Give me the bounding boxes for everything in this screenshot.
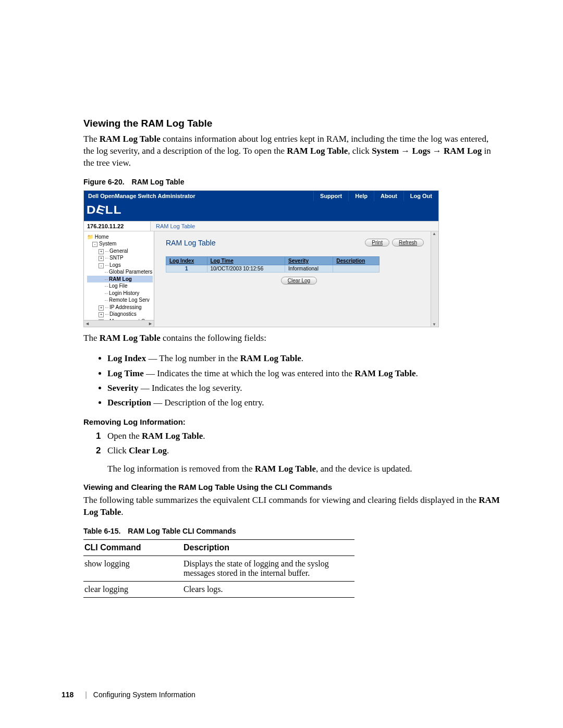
- col-log-time[interactable]: Log Time: [207, 256, 285, 265]
- app-screenshot: Dell OpenManage Switch Administrator Sup…: [83, 190, 439, 328]
- breadcrumb-bar: 176.210.11.22 RAM Log Table: [84, 221, 438, 231]
- device-ip: 176.210.11.22: [84, 221, 151, 231]
- print-button[interactable]: Print: [365, 239, 389, 246]
- tree-global-params[interactable]: Global Parameters: [87, 268, 153, 276]
- tree-home[interactable]: 📁 Home: [87, 233, 153, 241]
- cell-severity: Informational: [285, 265, 333, 272]
- tree-ip-addressing[interactable]: +IP Addressing: [87, 304, 153, 311]
- intro-paragraph: The RAM Log Table contains information a…: [83, 133, 500, 169]
- cell-index: 1: [166, 265, 207, 272]
- list-item: Log Index — The log number in the RAM Lo…: [107, 352, 500, 365]
- cli-heading: Viewing and Clearing the RAM Log Table U…: [83, 483, 500, 491]
- tree-diagnostics[interactable]: +Diagnostics: [87, 311, 153, 318]
- page-number: 118: [62, 690, 74, 699]
- cell-cmd: show logging: [83, 556, 182, 581]
- col-severity[interactable]: Severity: [285, 256, 333, 265]
- fields-list: Log Index — The log number in the RAM Lo…: [83, 352, 500, 410]
- step-followup: The log information is removed from the …: [107, 463, 500, 475]
- table-header-row: Log Index Log Time Severity Description: [166, 256, 380, 265]
- col-cli-command: CLI Command: [83, 539, 182, 556]
- tree-general[interactable]: +General: [87, 248, 153, 255]
- pane-scrollbar[interactable]: [431, 231, 438, 327]
- col-cli-description: Description: [182, 539, 354, 556]
- table-header-row: CLI Command Description: [83, 539, 354, 556]
- footer-section: Configuring System Information: [93, 690, 195, 699]
- cell-desc: Displays the state of logging and the sy…: [182, 556, 354, 581]
- app-title: Dell OpenManage Switch Administrator: [84, 191, 313, 201]
- table-row: 1 10/OCT/2003 10:12:56 Informational: [166, 265, 380, 272]
- content-pane: RAM Log Table Print Refresh Log Index Lo…: [154, 231, 438, 327]
- tree-log-file[interactable]: Log File: [87, 282, 153, 290]
- dell-logo: DELL: [87, 203, 122, 217]
- help-link[interactable]: Help: [348, 191, 374, 201]
- step-item: 1Open the RAM Log Table.: [96, 429, 500, 443]
- app-titlebar: Dell OpenManage Switch Administrator Sup…: [84, 191, 438, 201]
- list-item: Description — Description of the log ent…: [107, 396, 500, 410]
- step-item: 2Click Clear Log.: [96, 444, 500, 458]
- brand-bar: DELL: [84, 201, 438, 221]
- cell-description: [333, 265, 380, 272]
- col-log-index[interactable]: Log Index: [166, 256, 207, 265]
- ram-log-table: Log Index Log Time Severity Description …: [166, 256, 380, 273]
- breadcrumb[interactable]: RAM Log Table: [151, 221, 200, 231]
- col-description[interactable]: Description: [333, 256, 380, 265]
- about-link[interactable]: About: [374, 191, 403, 201]
- tree-system[interactable]: -System: [87, 240, 153, 248]
- list-item: Log Time — Indicates the time at which t…: [107, 367, 500, 380]
- nav-tree[interactable]: 📁 Home -System +General +SNTP -Logs Glob…: [84, 231, 154, 327]
- table-caption: Table 6-15.RAM Log Table CLI Commands: [83, 527, 500, 535]
- tree-ram-log[interactable]: RAM Log: [87, 276, 153, 283]
- list-item: Severity — Indicates the log severity.: [107, 381, 500, 395]
- cell-cmd: clear logging: [83, 581, 182, 597]
- tree-remote-log[interactable]: Remote Log Serv: [87, 297, 153, 304]
- table-row: show logging Displays the state of loggi…: [83, 556, 354, 581]
- refresh-button[interactable]: Refresh: [392, 239, 424, 246]
- support-link[interactable]: Support: [313, 191, 348, 201]
- fields-intro: The RAM Log Table contains the following…: [83, 332, 500, 344]
- cell-desc: Clears logs.: [182, 581, 354, 597]
- section-heading: Viewing the RAM Log Table: [83, 118, 500, 129]
- table-row: clear logging Clears logs.: [83, 581, 354, 597]
- steps-list: 1Open the RAM Log Table. 2Click Clear Lo…: [83, 429, 500, 458]
- tree-scrollbar[interactable]: ◄►: [84, 320, 154, 327]
- cell-time: 10/OCT/2003 10:12:56: [207, 265, 285, 272]
- cli-intro: The following table summarizes the equiv…: [83, 495, 500, 519]
- tree-login-history[interactable]: Login History: [87, 290, 153, 297]
- tree-logs[interactable]: -Logs: [87, 262, 153, 269]
- logout-link[interactable]: Log Out: [403, 191, 438, 201]
- figure-caption: Figure 6-20.RAM Log Table: [83, 178, 500, 186]
- removing-heading: Removing Log Information:: [83, 417, 500, 426]
- document-page: Viewing the RAM Log Table The RAM Log Ta…: [0, 0, 563, 728]
- tree-sntp[interactable]: +SNTP: [87, 254, 153, 262]
- clear-log-button[interactable]: Clear Log: [281, 277, 317, 285]
- page-footer: 118 | Configuring System Information: [62, 690, 195, 699]
- cli-table: CLI Command Description show logging Dis…: [83, 539, 354, 598]
